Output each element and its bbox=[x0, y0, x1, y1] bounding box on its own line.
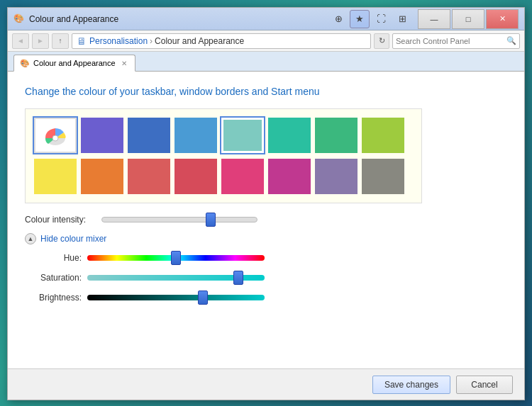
colour-salmon[interactable] bbox=[128, 159, 170, 194]
address-bar: ◄ ► ↑ 🖥 Personalisation › Colour and App… bbox=[8, 30, 524, 52]
bottom-bar: Save changes Cancel bbox=[8, 368, 524, 400]
forward-button[interactable]: ► bbox=[32, 33, 49, 49]
up-button[interactable]: ↑ bbox=[52, 33, 69, 49]
search-icon: 🔍 bbox=[506, 36, 516, 45]
colour-blue1[interactable] bbox=[128, 118, 170, 153]
toolbar-btn-2[interactable]: ★ bbox=[350, 10, 370, 28]
toolbar-btn-3[interactable]: ⛶ bbox=[371, 10, 391, 28]
colour-green[interactable] bbox=[315, 118, 358, 153]
custom-colour-swatch[interactable] bbox=[34, 118, 77, 153]
toggle-arrow-icon: ▲ bbox=[25, 233, 36, 244]
saturation-slider-track[interactable] bbox=[87, 275, 265, 281]
colour-lime[interactable] bbox=[362, 118, 404, 153]
window-icon: 🎨 bbox=[13, 13, 25, 25]
refresh-button[interactable]: ↻ bbox=[374, 33, 389, 49]
path-segment-1: Personalisation bbox=[89, 36, 148, 46]
close-button[interactable]: ✕ bbox=[486, 9, 519, 29]
window-controls: — □ ✕ bbox=[418, 9, 519, 29]
hue-label: Hue: bbox=[25, 253, 82, 263]
intensity-slider-track[interactable] bbox=[101, 217, 257, 222]
colour-yellow[interactable] bbox=[34, 159, 77, 194]
colour-teal-light[interactable] bbox=[221, 118, 264, 153]
saturation-row: Saturation: bbox=[25, 273, 507, 283]
colour-pink-red[interactable] bbox=[174, 159, 217, 194]
search-box[interactable]: 🔍 bbox=[392, 33, 520, 49]
palette-row-1 bbox=[34, 118, 413, 153]
hue-slider-track[interactable] bbox=[87, 255, 265, 261]
path-separator: › bbox=[150, 36, 153, 46]
tab-bar: 🎨 Colour and Appearance ✕ bbox=[8, 52, 524, 72]
palette-row-2 bbox=[34, 159, 413, 194]
toolbar-btn-1[interactable]: ⊕ bbox=[328, 10, 348, 28]
colour-magenta[interactable] bbox=[268, 159, 311, 194]
colour-fan-icon bbox=[43, 123, 68, 148]
intensity-slider-thumb[interactable] bbox=[206, 213, 216, 227]
path-segment-2: Colour and Appearance bbox=[155, 36, 244, 46]
colour-orange[interactable] bbox=[81, 159, 123, 194]
mixer-toggle[interactable]: ▲ Hide colour mixer bbox=[25, 233, 507, 244]
colour-hot-pink[interactable] bbox=[221, 159, 264, 194]
brightness-slider-track[interactable] bbox=[87, 295, 265, 300]
colour-lavender[interactable] bbox=[81, 118, 123, 153]
tab-close-button[interactable]: ✕ bbox=[119, 58, 129, 68]
tab-icon: 🎨 bbox=[20, 59, 30, 68]
page-heading: Change the colour of your taskbar, windo… bbox=[25, 86, 507, 97]
window-title: Colour and Appearance bbox=[29, 14, 328, 24]
tab-colour-appearance[interactable]: 🎨 Colour and Appearance ✕ bbox=[13, 55, 135, 72]
main-window: 🎨 Colour and Appearance ⊕ ★ ⛶ ⊞ — □ ✕ ◄ … bbox=[7, 7, 525, 400]
colour-teal[interactable] bbox=[268, 118, 311, 153]
intensity-row: Colour intensity: bbox=[25, 215, 507, 225]
tab-label: Colour and Appearance bbox=[33, 59, 116, 67]
mixer-toggle-label: Hide colour mixer bbox=[40, 234, 106, 244]
colour-palette bbox=[25, 108, 422, 203]
save-changes-button[interactable]: Save changes bbox=[372, 376, 450, 394]
brightness-row: Brightness: bbox=[25, 293, 507, 303]
intensity-label: Colour intensity: bbox=[25, 215, 96, 225]
brightness-slider-thumb[interactable] bbox=[198, 291, 208, 305]
hue-row: Hue: bbox=[25, 253, 507, 263]
back-button[interactable]: ◄ bbox=[12, 33, 29, 49]
saturation-slider-thumb[interactable] bbox=[233, 271, 243, 285]
colour-gray[interactable] bbox=[362, 159, 404, 194]
colour-purple-gray[interactable] bbox=[315, 159, 358, 194]
minimize-button[interactable]: — bbox=[418, 9, 450, 29]
brightness-label: Brightness: bbox=[25, 293, 82, 303]
title-bar: 🎨 Colour and Appearance ⊕ ★ ⛶ ⊞ — □ ✕ bbox=[8, 8, 524, 30]
toolbar-btn-4[interactable]: ⊞ bbox=[392, 10, 412, 28]
hue-slider-thumb[interactable] bbox=[171, 251, 181, 265]
maximize-button[interactable]: □ bbox=[452, 9, 484, 29]
path-icon: 🖥 bbox=[77, 35, 87, 47]
content-area: Change the colour of your taskbar, windo… bbox=[8, 72, 524, 368]
cancel-button[interactable]: Cancel bbox=[456, 376, 513, 394]
address-path[interactable]: 🖥 Personalisation › Colour and Appearanc… bbox=[72, 33, 371, 49]
saturation-label: Saturation: bbox=[25, 273, 82, 283]
colour-sky[interactable] bbox=[174, 118, 217, 153]
svg-point-1 bbox=[52, 135, 58, 141]
search-input[interactable] bbox=[396, 37, 506, 45]
